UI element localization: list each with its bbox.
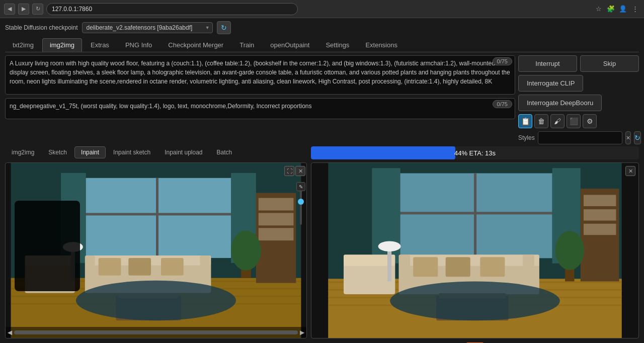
svg-rect-41: [474, 173, 476, 258]
negative-token-counter: 0/75: [493, 100, 512, 108]
tab-img2img[interactable]: img2img: [42, 38, 82, 52]
positive-token-counter: 0/75: [493, 57, 512, 65]
browser-chrome: ◀ ▶ ↻ 127.0.0.1:7860 ☆ 🧩 👤 ⋮: [0, 0, 644, 18]
svg-point-59: [390, 281, 560, 320]
checkpoint-label: Stable Diffusion checkpoint: [5, 24, 78, 31]
browser-icons: ☆ 🧩 👤 ⋮: [594, 4, 640, 14]
reload-button[interactable]: ↻: [32, 4, 43, 15]
svg-rect-56: [584, 224, 616, 235]
skip-button[interactable]: Skip: [580, 55, 639, 72]
generate-row: Interrupt Skip: [518, 55, 639, 72]
controls-col: Interrupt Skip Interrogate CLIP Interrog…: [518, 55, 639, 144]
output-area: ✕: [311, 162, 639, 338]
prompts-and-controls: A Luxury living room with high quality w…: [5, 55, 639, 144]
sub-tab-sketch[interactable]: Sketch: [42, 146, 73, 158]
extra-icon-button[interactable]: ⚙: [583, 114, 597, 128]
svg-rect-18: [128, 258, 151, 276]
trash-icon-button[interactable]: 🗑: [534, 114, 548, 128]
main-layout: img2img Sketch Inpaint Inpaint sketch In…: [5, 146, 639, 343]
svg-point-65: [378, 241, 401, 251]
menu-icon[interactable]: ⋮: [630, 4, 640, 14]
back-button[interactable]: ◀: [4, 4, 15, 15]
progress-bar-label: 44% ETA: 13s: [454, 149, 496, 157]
styles-clear-button[interactable]: ✕: [625, 131, 631, 144]
checkpoint-select-wrapper: deliberate_v2.safetensors [9aba26abdf]: [82, 22, 213, 33]
svg-rect-23: [259, 198, 294, 211]
svg-rect-8: [156, 178, 158, 258]
svg-rect-54: [584, 195, 616, 206]
tab-extensions[interactable]: Extensions: [358, 38, 405, 52]
sub-tabs: img2img Sketch Inpaint Inpaint sketch In…: [5, 146, 307, 158]
interrogate-deepbooru-row: Interrogate DeepBooru: [518, 95, 639, 111]
output-close-button[interactable]: ✕: [625, 166, 635, 176]
styles-row: Styles ✕ ↻: [518, 131, 639, 144]
canvas-bottom-bar: ◀ ▶: [6, 327, 306, 338]
svg-rect-64: [387, 246, 391, 282]
svg-point-28: [76, 281, 236, 321]
brush-thumb: [298, 199, 304, 205]
svg-rect-25: [259, 228, 294, 240]
svg-rect-10: [81, 213, 231, 215]
tab-extras[interactable]: Extras: [83, 38, 117, 52]
canvas-scroll-right[interactable]: ▶: [300, 329, 304, 336]
brush-icon-button[interactable]: 🖌: [550, 114, 565, 128]
svg-rect-19: [161, 258, 184, 276]
svg-rect-51: [446, 257, 470, 277]
sub-tab-inpaint-sketch[interactable]: Inpaint sketch: [107, 146, 157, 158]
canvas-scrollbar-thumb: [14, 330, 298, 334]
sub-tab-inpaint[interactable]: Inpaint: [74, 146, 106, 158]
right-panel: 44% ETA: 13s: [311, 146, 639, 343]
sub-tab-inpaint-upload[interactable]: Inpaint upload: [158, 146, 209, 158]
app-container: Stable Diffusion checkpoint deliberate_v…: [0, 18, 644, 343]
svg-rect-24: [259, 213, 294, 225]
positive-prompt-textarea[interactable]: A Luxury living room with high quality w…: [5, 55, 515, 95]
styles-label: Styles: [518, 134, 535, 141]
url-bar[interactable]: 127.0.0.1:7860: [46, 3, 298, 15]
styles-refresh-button[interactable]: ↻: [634, 131, 641, 144]
svg-point-63: [555, 231, 584, 270]
sub-tab-img2img[interactable]: img2img: [5, 146, 41, 158]
tab-settings[interactable]: Settings: [318, 38, 357, 52]
svg-rect-17: [99, 258, 121, 276]
positive-prompt-wrapper: A Luxury living room with high quality w…: [5, 55, 515, 96]
mask-icon-button[interactable]: ⬛: [567, 114, 581, 128]
negative-prompt-wrapper: ng_deepnegative_v1_75t, (worst quality, …: [5, 98, 515, 121]
checkpoint-select[interactable]: deliberate_v2.safetensors [9aba26abdf]: [82, 22, 213, 33]
canvas-scroll-left[interactable]: ◀: [8, 329, 12, 336]
tab-png-info[interactable]: PNG Info: [118, 38, 159, 52]
canvas-fullscreen-button[interactable]: ⛶: [284, 166, 294, 176]
left-panel: img2img Sketch Inpaint Inpaint sketch In…: [5, 146, 307, 343]
progress-bar-fill: [311, 146, 455, 159]
progress-bar-container: 44% ETA: 13s: [311, 146, 639, 159]
tab-checkpoint-merger[interactable]: Checkpoint Merger: [160, 38, 231, 52]
paste-icon-button[interactable]: 📋: [518, 114, 532, 128]
interrupt-button[interactable]: Interrupt: [518, 55, 577, 72]
tab-open-outpaint[interactable]: openOutpaint: [263, 38, 317, 52]
canvas-close-button[interactable]: ✕: [295, 166, 305, 176]
styles-input[interactable]: [538, 131, 622, 144]
tab-txt2img[interactable]: txt2img: [5, 38, 41, 52]
negative-prompt-textarea[interactable]: ng_deepnegative_v1_75t, (worst quality, …: [5, 98, 515, 119]
canvas-area: ⛶ ✕ ✎ ◀ ▶: [5, 162, 307, 338]
prompts-col: A Luxury living room with high quality w…: [5, 55, 515, 144]
svg-rect-15: [85, 255, 95, 293]
url-text: 127.0.0.1:7860: [52, 6, 92, 13]
profile-icon[interactable]: 👤: [618, 4, 628, 14]
checkpoint-refresh-button[interactable]: ↻: [217, 21, 231, 34]
sub-tab-batch[interactable]: Batch: [210, 146, 239, 158]
canvas-edit-icon[interactable]: ✎: [296, 182, 305, 191]
bookmark-icon[interactable]: ☆: [594, 4, 604, 14]
tool-icons-row: 📋 🗑 🖌 ⬛ ⚙: [518, 114, 639, 128]
svg-rect-55: [584, 209, 616, 221]
tab-train[interactable]: Train: [232, 38, 262, 52]
svg-rect-50: [413, 257, 438, 277]
interrogate-clip-button[interactable]: Interrogate CLIP: [518, 75, 583, 92]
output-bottom-center: 🖼: [311, 340, 639, 343]
output-image: [311, 163, 638, 338]
canvas-scrollbar-track[interactable]: [14, 330, 298, 334]
svg-rect-52: [480, 257, 505, 277]
forward-button[interactable]: ▶: [18, 4, 29, 15]
interrogate-deepbooru-button[interactable]: Interrogate DeepBooru: [518, 95, 602, 111]
canvas-mask-overlay: [15, 201, 80, 291]
extensions-icon[interactable]: 🧩: [606, 4, 616, 14]
